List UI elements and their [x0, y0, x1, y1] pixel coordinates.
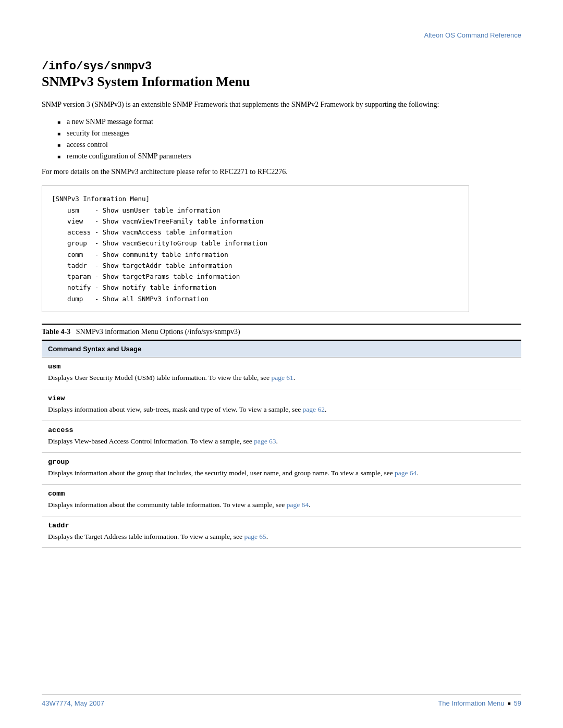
table-row: usmDisplays User Security Model (USM) ta…	[42, 357, 521, 389]
code-content: [SNMPv3 Information Menu] usm - Show usm…	[52, 193, 459, 304]
intro-text: SNMP version 3 (SNMPv3) is an extensible…	[42, 99, 469, 110]
footer-section-name: The Information Menu	[438, 699, 504, 707]
footer: 43W7774, May 2007 The Information Menu ■…	[42, 695, 521, 707]
page: Alteon OS Command Reference /info/sys/sn…	[0, 0, 563, 728]
table-label: Table 4-3	[42, 328, 72, 336]
footer-right: The Information Menu ■ 59	[438, 699, 521, 707]
table-row: taddrDisplays the Target Address table i…	[42, 516, 521, 548]
cmd-name: view	[48, 394, 515, 402]
cmd-link[interactable]: page 64	[395, 469, 417, 477]
header-brand: Alteon OS Command Reference	[42, 31, 521, 39]
cmd-desc: Displays the Target Address table inform…	[48, 532, 515, 542]
section-mono-title: /info/sys/snmpv3	[42, 60, 521, 73]
footer-page-number: 59	[514, 699, 521, 707]
table-caption: Table 4-3 SNMPv3 information Menu Option…	[42, 328, 240, 336]
cmd-name: taddr	[48, 522, 515, 529]
cmd-desc: Displays information about the community…	[48, 500, 515, 511]
command-table: Command Syntax and Usage usmDisplays Use…	[42, 340, 521, 548]
cmd-link[interactable]: page 64	[287, 501, 309, 509]
list-item: remote configuration of SNMP parameters	[57, 152, 521, 161]
cmd-desc: Displays User Security Model (USM) table…	[48, 373, 515, 384]
section-main-title: SNMPv3 System Information Menu	[42, 74, 521, 90]
cmd-name: group	[48, 458, 515, 466]
cmd-desc: Displays information about the group tha…	[48, 468, 515, 479]
cmd-link[interactable]: page 61	[271, 374, 293, 381]
list-item: access control	[57, 141, 521, 149]
list-item: security for messages	[57, 129, 521, 138]
cmd-link[interactable]: page 65	[244, 533, 266, 540]
table-row: accessDisplays View-based Access Control…	[42, 421, 521, 452]
list-item: a new SNMP message format	[57, 118, 521, 126]
table-header: Command Syntax and Usage	[42, 340, 521, 357]
cmd-name: usm	[48, 363, 515, 371]
cmd-link[interactable]: page 63	[254, 437, 276, 445]
bullet-list: a new SNMP message format security for m…	[57, 118, 521, 161]
cmd-name: access	[48, 426, 515, 434]
cmd-desc: Displays information about view, sub-tre…	[48, 404, 515, 415]
code-block: [SNMPv3 Information Menu] usm - Show usm…	[42, 186, 469, 312]
cmd-link[interactable]: page 62	[303, 405, 325, 413]
table-row: commDisplays information about the commu…	[42, 484, 521, 516]
footer-left: 43W7774, May 2007	[42, 699, 104, 707]
table-row: groupDisplays information about the grou…	[42, 452, 521, 484]
cmd-name: comm	[48, 490, 515, 498]
ref-text: For more details on the SNMPv3 architect…	[42, 168, 521, 176]
table-caption-row: Table 4-3 SNMPv3 information Menu Option…	[42, 324, 521, 340]
table-row: viewDisplays information about view, sub…	[42, 389, 521, 421]
cmd-desc: Displays View-based Access Control infor…	[48, 436, 515, 447]
footer-separator: ■	[507, 700, 510, 706]
